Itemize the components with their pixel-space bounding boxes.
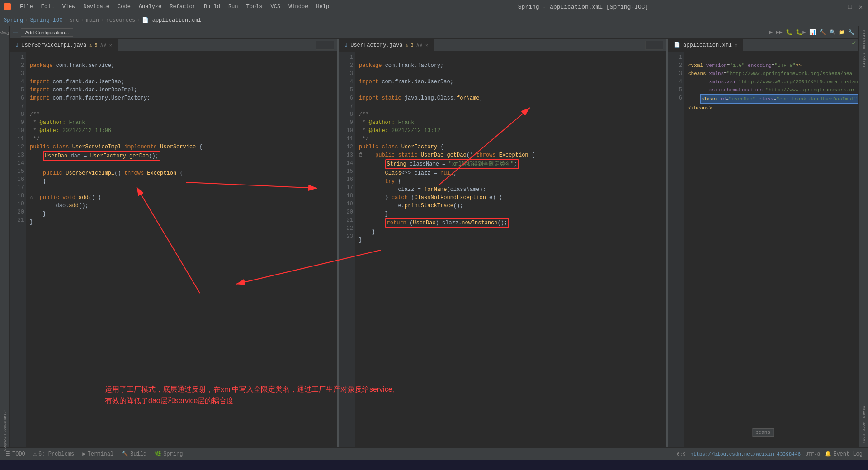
minimap-toggle [313, 39, 337, 51]
tab-userfactory[interactable]: J UserFactory.java ⚠ 3 ∧∨ ✕ [339, 39, 434, 51]
tab-applicationxml-label: application.xml [683, 42, 732, 48]
java-file-icon2: J [344, 42, 348, 48]
minimize-button[interactable]: — [835, 3, 843, 10]
editors-container: J UserServiceImpl.java ⚠ 5 ∧∨ ✕ 12345 67… [10, 39, 858, 447]
sidebar-wordbook[interactable]: Word Book [859, 420, 868, 446]
maximize-button[interactable]: □ [846, 3, 854, 10]
tab-close-middle[interactable]: ✕ [425, 43, 428, 48]
window-title: Spring - application.xml [Spring-IOC] [518, 4, 649, 10]
xml-file-icon: 📄 [674, 42, 680, 48]
build-icon: 🔨 [122, 451, 128, 457]
main-layout: 1: Project Z-Structure 2: Favorites ⟵ Ad… [0, 26, 868, 447]
menu-file[interactable]: File [18, 3, 35, 11]
right-code-content[interactable]: <?xml version="1.0" encoding="UTF-8"?> <… [684, 52, 858, 447]
sidebar-database[interactable]: Database [859, 28, 868, 51]
menu-help[interactable]: Help [314, 3, 331, 11]
terminal-tab[interactable]: ▶ Terminal [79, 450, 117, 458]
right-editor-panel: 📄 application.xml ✕ ✔ 123456 <?xml versi… [668, 39, 858, 447]
breadcrumb-file[interactable]: 📄 application.xml [142, 17, 201, 24]
sidebar-codata[interactable]: Codata [859, 51, 868, 69]
left-editor-panel: J UserServiceImpl.java ⚠ 5 ∧∨ ✕ 12345 67… [10, 39, 337, 447]
middle-editor-panel: J UserFactory.java ⚠ 3 ∧∨ ✕ 12345 678910 [339, 39, 666, 447]
spring-label: Spring [163, 451, 183, 457]
todo-tab[interactable]: ☰ TODO [2, 450, 29, 458]
right-line-numbers: 123456 [668, 52, 684, 447]
editor-area: ⟵ Add Configuration... ▶ ▶▶ 🐛 🐛▶ 📊 🔨 🔍 📁… [10, 26, 858, 447]
middle-tab-bar: J UserFactory.java ⚠ 3 ∧∨ ✕ [339, 39, 666, 52]
menu-analyze[interactable]: Analyze [137, 3, 163, 11]
event-log-icon: 🔔 [825, 451, 831, 457]
title-bar: File Edit View Navigate Code Analyze Ref… [0, 0, 868, 14]
breadcrumb-springioc[interactable]: Spring-IOC [30, 17, 62, 24]
todo-label: TODO [12, 451, 25, 457]
breadcrumb-src[interactable]: src [70, 17, 80, 24]
menu-tools[interactable]: Tools [245, 3, 264, 11]
tab-arrows-middle: ∧∨ [416, 42, 422, 48]
menu-bar: File Edit View Navigate Code Analyze Ref… [18, 3, 331, 11]
menu-view[interactable]: View [61, 3, 77, 11]
menu-vcs[interactable]: VCS [269, 3, 283, 11]
breadcrumb-main[interactable]: main [86, 17, 99, 24]
sidebar-maven[interactable]: Maven [859, 404, 868, 420]
problems-icon: ⚠ [33, 451, 37, 457]
check-icon: ✔ [852, 39, 856, 51]
beans-label: beans [752, 428, 774, 437]
tab-userfactory-label: UserFactory.java [350, 42, 402, 48]
terminal-label: Terminal [88, 451, 114, 457]
left-code-area[interactable]: 12345 678910 1112131415 1617181920 21 pa… [10, 52, 337, 447]
java-file-icon: J [15, 42, 19, 48]
middle-code-content[interactable]: package com.frank.factory; import com.fr… [355, 52, 666, 447]
sidebar-favorites[interactable]: 2: Favorites [1, 437, 9, 444]
right-sidebar: Database Codata Maven Word Book [858, 26, 868, 447]
left-line-numbers: 12345 678910 1112131415 1617181920 21 [10, 52, 26, 447]
spring-icon: 🌿 [155, 451, 161, 457]
left-sidebar: 1: Project Z-Structure 2: Favorites [0, 26, 10, 447]
menu-build[interactable]: Build [202, 3, 222, 11]
line-col-display: 6:9 [677, 451, 686, 457]
app-icon [4, 3, 11, 10]
menu-navigate[interactable]: Navigate [81, 3, 111, 11]
breadcrumb-resources[interactable]: resources [106, 17, 135, 24]
tab-close-right[interactable]: ✕ [735, 43, 737, 48]
todo-icon: ☰ [5, 451, 10, 457]
add-config-button[interactable]: Add Configuration... [21, 28, 73, 37]
breadcrumb: Spring › Spring-IOC › src › main › resou… [0, 14, 868, 26]
menu-refactor[interactable]: Refactor [168, 3, 198, 11]
terminal-icon: ▶ [82, 451, 85, 457]
tab-userserviceimpl[interactable]: J UserServiceImpl.java ⚠ 5 ∧∨ ✕ [10, 39, 118, 51]
menu-window[interactable]: Window [287, 3, 310, 11]
tab-arrows-left: ∧∨ [100, 42, 106, 48]
sidebar-structure[interactable]: Z-Structure [1, 417, 9, 424]
left-tab-bar: J UserServiceImpl.java ⚠ 5 ∧∨ ✕ [10, 39, 337, 52]
encoding-display: UTF-8 [805, 451, 820, 457]
warning-count-middle: ⚠ 3 [405, 43, 413, 48]
event-log-tab[interactable]: 🔔 Event Log [821, 450, 866, 458]
problems-label: 6: Problems [38, 451, 74, 457]
title-bar-left: File Edit View Navigate Code Analyze Ref… [4, 3, 331, 11]
warning-count-left: ⚠ 5 [89, 43, 97, 48]
middle-code-area[interactable]: 12345 678910 1112131415 1617181920 21222… [339, 52, 666, 447]
breadcrumb-spring[interactable]: Spring [4, 17, 23, 24]
tab-userserviceimpl-label: UserServiceImpl.java [21, 42, 86, 48]
problems-tab[interactable]: ⚠ 6: Problems [30, 450, 78, 458]
build-tab[interactable]: 🔨 Build [118, 450, 150, 458]
menu-edit[interactable]: Edit [39, 3, 56, 11]
menu-run[interactable]: Run [226, 3, 240, 11]
run-toolbar: ⟵ Add Configuration... ▶ ▶▶ 🐛 🐛▶ 📊 🔨 🔍 📁… [10, 26, 858, 39]
spring-tab[interactable]: 🌿 Spring [151, 450, 186, 458]
bottom-bar: ☰ TODO ⚠ 6: Problems ▶ Terminal 🔨 Build … [0, 447, 868, 460]
left-code-content[interactable]: package com.frank.service; import com.fr… [26, 52, 337, 447]
sidebar-project[interactable]: 1: Project [1, 30, 9, 37]
url-display: https://blog.csdn.net/weixin_43398446 [690, 451, 801, 457]
middle-line-numbers: 12345 678910 1112131415 1617181920 21222… [339, 52, 355, 447]
close-button[interactable]: ✕ [857, 3, 864, 10]
minimap-toggle-middle [642, 39, 666, 51]
event-log-label: Event Log [833, 451, 863, 457]
right-code-area[interactable]: 123456 <?xml version="1.0" encoding="UTF… [668, 52, 858, 447]
build-label: Build [130, 451, 146, 457]
menu-code[interactable]: Code [116, 3, 132, 11]
tab-close-left[interactable]: ✕ [109, 43, 112, 48]
right-tab-bar: 📄 application.xml ✕ ✔ [668, 39, 858, 52]
title-bar-right: — □ ✕ [835, 3, 864, 10]
tab-applicationxml[interactable]: 📄 application.xml ✕ [668, 39, 743, 51]
